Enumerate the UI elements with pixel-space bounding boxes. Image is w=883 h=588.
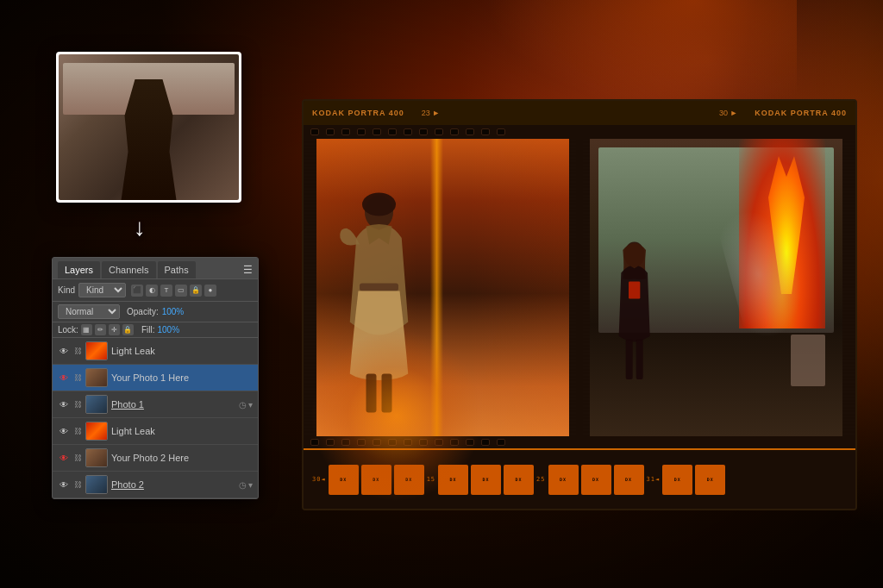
lock-artboard-icon[interactable]: 🔒 [122, 324, 134, 335]
data-block-9: DX [614, 465, 644, 495]
data-block-4: DX [438, 465, 468, 495]
perf-hole-t7 [404, 128, 412, 135]
perf-hole-t2 [326, 128, 335, 135]
layers-blend-row: Normal Opacity: 100% [53, 302, 258, 322]
data-block-3: DX [394, 465, 424, 495]
filter-type-icon[interactable]: T [160, 285, 172, 297]
layer-badge-chevron-1[interactable]: ▾ [248, 400, 253, 410]
data-block-2: DX [361, 465, 391, 495]
layer-link-2: ⛓ [73, 372, 82, 384]
layer-row-photo-1[interactable]: 👁 ⛓ Photo 1 ◷ ▾ [53, 391, 258, 418]
person-silhouette-right [603, 201, 672, 448]
layer-eye-light-leak-2[interactable]: 👁 [58, 425, 70, 437]
svg-rect-6 [629, 281, 640, 298]
perf-hole-b4 [357, 439, 366, 446]
layer-badge-eye-2: ◷ [239, 480, 247, 490]
layer-row-light-leak-1[interactable]: 👁 ⛓ Light Leak [53, 338, 258, 365]
perf-hole-b6 [388, 439, 397, 446]
svg-point-1 [362, 192, 396, 216]
perf-hole-t8 [419, 128, 428, 135]
layer-row-your-photo-1[interactable]: 👁 ⛓ Your Photo 1 Here [53, 365, 258, 391]
layer-eye-your-photo-2[interactable]: 👁 [58, 452, 70, 464]
data-block-7: DX [548, 465, 579, 495]
svg-rect-7 [626, 339, 633, 379]
perf-hole-b5 [373, 439, 381, 446]
tab-channels[interactable]: Channels [102, 261, 155, 278]
film-num-2: 15 [427, 476, 435, 483]
frames-area [304, 139, 855, 448]
lock-icons: ▦ ✏ ✛ 🔒 [81, 324, 134, 335]
thumb-red-2 [86, 422, 107, 440]
photo-frame-2 [590, 139, 842, 448]
perf-hole-t9 [435, 128, 443, 135]
kind-select[interactable]: Kind [78, 283, 126, 297]
layers-panel: Layers Channels Paths ☰ Kind Kind ⬛ ◐ T … [52, 257, 259, 499]
chair-detail [791, 335, 825, 386]
perf-hole-t4 [357, 128, 366, 135]
lock-move-icon[interactable]: ✛ [109, 324, 120, 335]
layers-tabs: Layers Channels Paths ☰ [53, 258, 258, 279]
thumb-photo-1 [86, 369, 107, 386]
photo-preview-inner [59, 54, 239, 200]
layer-eye-photo-1[interactable]: 👁 [58, 398, 70, 410]
perf-hole-t5 [373, 128, 381, 135]
layer-row-photo-2[interactable]: 👁 ⛓ Photo 2 ◷ ▾ [53, 472, 258, 498]
layers-menu-icon[interactable]: ☰ [243, 264, 253, 276]
tab-layers[interactable]: Layers [58, 261, 100, 278]
layer-eye-your-photo-1[interactable]: 👁 [58, 372, 70, 384]
layer-name-photo-1: Photo 1 [111, 399, 235, 410]
film-brand-left: KODAK PORTRA 400 [312, 109, 404, 117]
perf-hole-t13 [497, 128, 505, 135]
layer-thumb-your-photo-2 [85, 448, 108, 467]
lock-label: Lock: [58, 325, 78, 335]
film-strip: KODAK PORTRA 400 23 ► 30 ► KODAK PORTRA … [302, 99, 857, 510]
filter-shape-icon[interactable]: ▭ [175, 285, 187, 297]
layer-row-your-photo-2[interactable]: 👁 ⛓ Your Photo 2 Here [53, 445, 258, 472]
layer-name-light-leak-1: Light Leak [111, 346, 253, 356]
film-number-left: 23 ► [422, 109, 440, 117]
filter-pixel-icon[interactable]: ⬛ [131, 285, 143, 297]
layer-link-4: ⛓ [73, 425, 82, 437]
frame-divider [576, 139, 583, 448]
layer-eye-light-leak-1[interactable]: 👁 [58, 345, 70, 357]
film-num-4: 31◄ [647, 476, 661, 483]
data-block-8: DX [581, 465, 611, 495]
data-block-11: DX [695, 465, 725, 495]
layer-badges-1: ◷ ▾ [239, 400, 253, 410]
layer-eye-photo-2[interactable]: 👁 [58, 479, 70, 491]
perf-hole-t3 [341, 128, 350, 135]
lock-paint-icon[interactable]: ✏ [95, 324, 106, 335]
perf-hole-b9 [435, 439, 443, 446]
film-area: KODAK PORTRA 400 23 ► 30 ► KODAK PORTRA … [302, 99, 857, 510]
perf-hole-t11 [466, 128, 474, 135]
photo-frame-1 [316, 139, 569, 448]
layer-thumb-photo-2 [85, 475, 108, 494]
layer-name-your-photo-2: Your Photo 2 Here [111, 453, 253, 463]
filter-icons: ⬛ ◐ T ▭ 🔒 ● [131, 285, 216, 297]
svg-rect-3 [366, 373, 377, 412]
opacity-value[interactable]: 100% [162, 307, 185, 316]
fill-label: Fill: [141, 325, 155, 335]
lock-transparent-icon[interactable]: ▦ [81, 324, 92, 335]
thumb-red-1 [86, 342, 107, 360]
filter-circle-icon[interactable]: ● [204, 285, 216, 297]
perf-hole-t6 [388, 128, 397, 135]
layer-thumb-photo-1 [85, 395, 108, 414]
kind-label: Kind [58, 285, 75, 295]
perf-hole-b13 [497, 439, 505, 446]
layer-row-light-leak-2[interactable]: 👁 ⛓ Light Leak [53, 418, 258, 445]
perf-hole-t10 [450, 128, 459, 135]
layers-lock-row: Lock: ▦ ✏ ✛ 🔒 Fill: 100% [53, 322, 258, 338]
filter-adjust-icon[interactable]: ◐ [146, 285, 158, 297]
filter-smart-icon[interactable]: 🔒 [190, 285, 202, 297]
data-block-6: DX [504, 465, 534, 495]
fill-value[interactable]: 100% [157, 325, 179, 335]
layer-badge-chevron-2[interactable]: ▾ [248, 480, 253, 490]
blend-mode-select[interactable]: Normal [58, 304, 120, 319]
tab-paths[interactable]: Paths [158, 261, 196, 278]
layer-thumb-light-leak-2 [85, 422, 108, 441]
arrow-down: ↓ [134, 214, 146, 241]
data-block-5: DX [471, 465, 501, 495]
layer-thumb-light-leak-1 [85, 341, 108, 360]
thumb-photo-2 [86, 449, 107, 466]
